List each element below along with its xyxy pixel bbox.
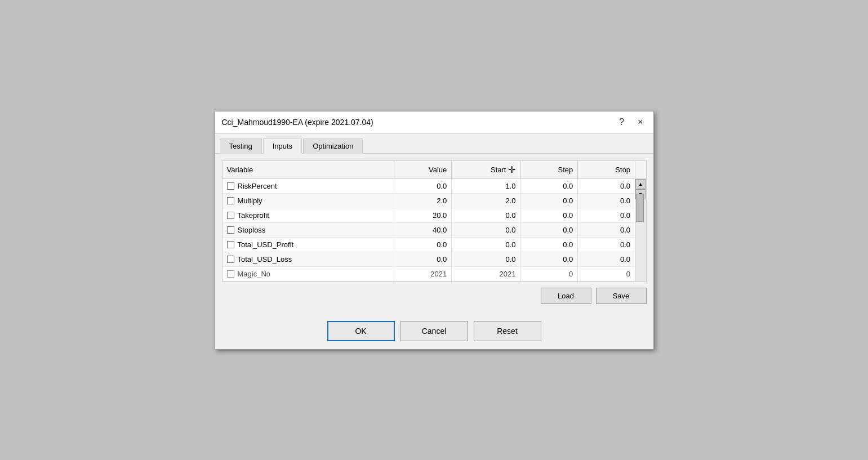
load-button[interactable]: Load	[541, 288, 591, 304]
col-header-start: Start ✛	[452, 161, 520, 179]
scroll-thumb[interactable]	[636, 194, 644, 222]
table-row: Stoploss40.00.00.00.0	[222, 222, 646, 237]
cell-variable: Total_USD_Loss	[222, 252, 394, 266]
cell-step: 0	[520, 266, 578, 281]
cell-step: 0.0	[520, 178, 578, 193]
cell-start: 0.0	[452, 208, 520, 222]
cell-start: 0.0	[452, 252, 520, 266]
cell-start: 0.0	[452, 222, 520, 237]
cell-start: 1.0	[452, 178, 520, 193]
save-button[interactable]: Save	[596, 288, 647, 304]
col-header-value: Value	[394, 161, 452, 179]
cell-variable: Stoploss	[222, 222, 394, 237]
cell-value: 2021	[394, 266, 452, 281]
cell-start: 2021	[452, 266, 520, 281]
dialog: Cci_Mahmoud1990-EA (expire 2021.07.04) ?…	[215, 111, 654, 350]
tab-bar: Testing Inputs Optimization	[215, 133, 653, 154]
row-checkbox[interactable]	[227, 256, 234, 263]
cell-value: 0.0	[394, 252, 452, 266]
cell-stop: 0.0	[578, 193, 635, 208]
cell-stop: 0.0	[578, 222, 635, 237]
row-checkbox[interactable]	[227, 226, 234, 234]
cell-start: 2.0	[452, 193, 520, 208]
reset-button[interactable]: Reset	[474, 321, 541, 341]
tab-content: Variable Value Start ✛ Step	[215, 154, 653, 315]
cell-step: 0.0	[520, 252, 578, 266]
scroll-up-button[interactable]: ▲	[635, 179, 646, 189]
cell-stop: 0.0	[578, 208, 635, 222]
table-row: RiskPercent0.01.00.00.0 ▲ ▼	[222, 178, 646, 193]
table-header-row: Variable Value Start ✛ Step	[222, 161, 646, 179]
parameters-table-container: Variable Value Start ✛ Step	[222, 160, 647, 282]
col-header-variable: Variable	[222, 161, 394, 179]
tab-testing[interactable]: Testing	[220, 139, 262, 154]
row-checkbox[interactable]	[227, 197, 234, 204]
cell-value: 0.0	[394, 178, 452, 193]
cell-value: 2.0	[394, 193, 452, 208]
table-body: RiskPercent0.01.00.00.0 ▲ ▼ Multiply2.02…	[222, 178, 646, 281]
col-header-stop: Stop	[578, 161, 635, 179]
col-header-step: Step	[520, 161, 578, 179]
row-checkbox[interactable]	[227, 212, 234, 219]
cell-stop: 0.0	[578, 252, 635, 266]
cell-start: 0.0	[452, 237, 520, 252]
table-row: Takeprofit20.00.00.00.0	[222, 208, 646, 222]
row-checkbox[interactable]	[227, 182, 234, 190]
table-row: Magic_No2021202100	[222, 266, 646, 281]
window-title: Cci_Mahmoud1990-EA (expire 2021.07.04)	[222, 118, 373, 127]
cell-stop: 0	[578, 266, 635, 281]
cell-variable: Magic_No	[222, 266, 394, 281]
scrollbar-cell: ▲ ▼	[635, 178, 646, 281]
title-bar-controls: ? ×	[616, 116, 646, 128]
row-checkbox[interactable]	[227, 270, 234, 278]
cell-variable: RiskPercent	[222, 178, 394, 193]
load-save-buttons: Load Save	[222, 282, 647, 309]
resize-cursor-icon: ✛	[508, 164, 515, 175]
cancel-button[interactable]: Cancel	[400, 321, 468, 341]
cell-value: 40.0	[394, 222, 452, 237]
parameters-table: Variable Value Start ✛ Step	[222, 161, 646, 282]
table-row: Total_USD_Loss0.00.00.00.0	[222, 252, 646, 266]
title-bar: Cci_Mahmoud1990-EA (expire 2021.07.04) ?…	[215, 111, 653, 133]
cell-step: 0.0	[520, 193, 578, 208]
table-row: Multiply2.02.00.00.0	[222, 193, 646, 208]
cell-variable: Total_USD_Profit	[222, 237, 394, 252]
row-checkbox[interactable]	[227, 241, 234, 248]
cell-variable: Takeprofit	[222, 208, 394, 222]
tab-optimization[interactable]: Optimization	[303, 139, 363, 154]
bottom-buttons: OK Cancel Reset	[215, 315, 653, 349]
cell-step: 0.0	[520, 237, 578, 252]
table-row: Total_USD_Profit0.00.00.00.0	[222, 237, 646, 252]
cell-variable: Multiply	[222, 193, 394, 208]
cell-stop: 0.0	[578, 178, 635, 193]
cell-value: 0.0	[394, 237, 452, 252]
cell-value: 20.0	[394, 208, 452, 222]
scrollbar-header	[635, 161, 646, 179]
cell-step: 0.0	[520, 208, 578, 222]
close-button[interactable]: ×	[634, 116, 646, 128]
ok-button[interactable]: OK	[327, 321, 395, 341]
help-button[interactable]: ?	[616, 116, 627, 128]
tab-inputs[interactable]: Inputs	[263, 139, 302, 154]
cell-stop: 0.0	[578, 237, 635, 252]
cell-step: 0.0	[520, 222, 578, 237]
